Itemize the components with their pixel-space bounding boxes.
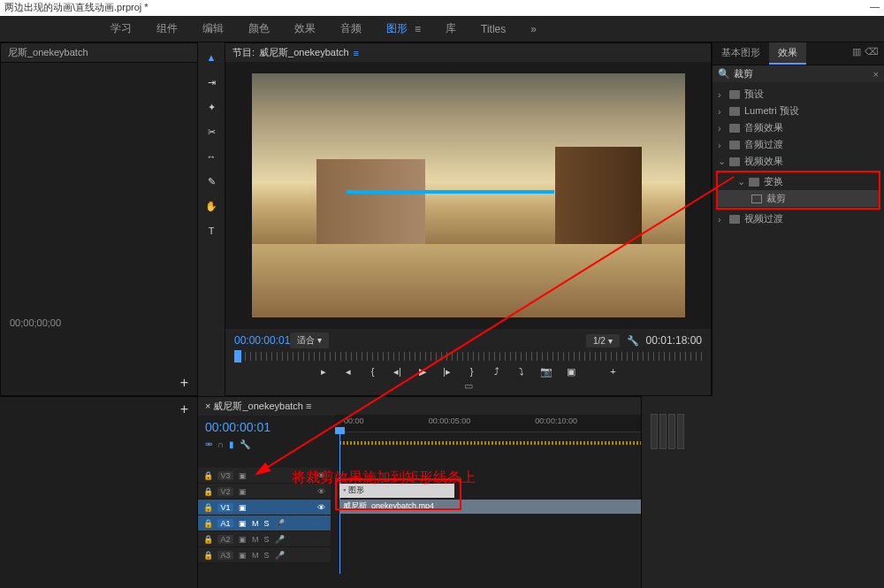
window-title: 两边出现的动画\直线动画.prproj * — [4, 1, 149, 15]
preview-image — [252, 73, 685, 317]
menu-library[interactable]: 库 — [446, 21, 456, 36]
tree-presets[interactable]: ›预设 — [713, 86, 884, 103]
annotation-text: 将裁剪效果施加到矩形线条上 — [292, 469, 476, 487]
tree-audio-transitions[interactable]: ›音频过渡 — [713, 136, 884, 153]
mark-in-button[interactable]: ▸ — [316, 364, 331, 378]
snap-icon[interactable]: ⚮ — [205, 439, 212, 449]
program-ruler[interactable] — [234, 352, 702, 361]
tree-video-transitions[interactable]: ›视频过渡 — [713, 210, 884, 227]
project-add-button[interactable]: + — [180, 401, 188, 417]
goto-in-button[interactable]: { — [366, 364, 380, 378]
pen-tool[interactable]: ✎ — [203, 173, 219, 189]
timeline-tool-icons: ⚮ ∩ ▮ 🔧 — [198, 438, 331, 451]
comparison-button[interactable]: ▣ — [564, 364, 578, 378]
menu-edit[interactable]: 编辑 — [202, 21, 224, 36]
step-back-button[interactable]: ◂| — [391, 364, 405, 378]
mark-out-button[interactable]: ◂ — [341, 364, 355, 378]
menu-learn[interactable]: 学习 — [110, 21, 132, 36]
menu-more[interactable]: » — [530, 23, 537, 35]
effect-crop[interactable]: 裁剪 — [718, 190, 879, 207]
tab-essential-graphics[interactable]: 基本图形 — [713, 42, 769, 65]
tool-palette: ▲ ⇥ ✦ ✂ ↔ ✎ ✋ T — [198, 42, 225, 396]
slip-tool[interactable]: ↔ — [203, 149, 219, 164]
program-tab-name: 威尼斯_onekeybatch — [259, 46, 349, 59]
effects-search-input[interactable] — [734, 69, 873, 80]
menu-effects[interactable]: 效果 — [294, 21, 316, 36]
program-tab-prefix: 节目: — [232, 46, 255, 59]
program-tab-menu-icon[interactable]: ≡ — [354, 48, 359, 58]
source-tab[interactable]: 尼斯_onekeybatch — [1, 43, 197, 63]
link-icon[interactable]: ∩ — [217, 439, 224, 449]
audio-meter — [651, 414, 658, 449]
tab-effects[interactable]: 效果 — [769, 42, 806, 65]
source-body: 00;00;00;00 — [1, 63, 197, 363]
safe-margins-icon[interactable]: ▭ — [464, 380, 473, 391]
source-panel: 尼斯_onekeybatch 00;00;00;00 + — [0, 42, 198, 396]
ruler-label: 00:00 — [344, 416, 364, 425]
settings-icon[interactable]: 🔧 — [240, 439, 250, 449]
selection-tool[interactable]: ▲ — [203, 50, 219, 65]
program-panel: 节目: 威尼斯_onekeybatch ≡ 00:00:00:01 适合 ▾ 1… — [225, 42, 712, 396]
effects-panel: 基本图形 效果 ▥ ⌫ 🔍 × ›预设 ›Lumetri 预设 ›音频效果 ›音… — [712, 42, 884, 396]
clear-search-button[interactable]: × — [873, 69, 879, 80]
search-icon: 🔍 — [718, 68, 730, 80]
window-titlebar: 两边出现的动画\直线动画.prproj * — — [0, 0, 884, 16]
minimize-button[interactable]: — — [870, 1, 880, 15]
audio-meter — [677, 414, 684, 449]
program-playhead[interactable] — [234, 350, 241, 363]
tree-video-effects[interactable]: ⌄视频效果 — [713, 153, 884, 170]
program-timecode-total: 00:01:18:00 — [646, 334, 702, 347]
track-v1-header[interactable]: 🔒V1▣👁 — [198, 500, 331, 515]
tree-lumetri[interactable]: ›Lumetri 预设 — [713, 103, 884, 119]
tree-audio-effects[interactable]: ›音频效果 — [713, 119, 884, 136]
export-frame-button[interactable]: 📷 — [539, 364, 553, 378]
timeline-timecode[interactable]: 00:00:00:01 — [198, 416, 331, 438]
audio-meters-panel — [641, 396, 884, 588]
add-button[interactable]: + — [606, 364, 621, 378]
effects-search-row: 🔍 × — [713, 65, 884, 82]
menu-active-indicator: ≡ — [415, 23, 421, 35]
fit-dropdown[interactable]: 适合 ▾ — [290, 332, 329, 348]
track-select-tool[interactable]: ⇥ — [203, 74, 219, 90]
program-timecode-current[interactable]: 00:00:00:01 — [234, 334, 290, 347]
type-tool[interactable]: T — [203, 223, 219, 239]
tree-transform[interactable]: ⌄变换 — [718, 173, 879, 190]
menu-audio[interactable]: 音频 — [340, 21, 362, 36]
rectangle-shape[interactable] — [347, 190, 554, 194]
audio-meter — [668, 414, 675, 449]
goto-out-button[interactable]: } — [465, 364, 479, 378]
track-a3-header[interactable]: 🔒A3▣MS🎤 — [198, 547, 331, 563]
step-forward-button[interactable]: |▸ — [440, 364, 454, 378]
transport-bar: ▸ ◂ { ◂| ▶ |▸ } ⤴ ⤵ 📷 ▣ + — [234, 364, 702, 378]
effects-tree: ›预设 ›Lumetri 预设 ›音频效果 ›音频过渡 ⌄视频效果 ⌄变换 裁剪… — [713, 82, 884, 231]
source-add-button[interactable]: + — [180, 375, 188, 391]
lift-button[interactable]: ⤴ — [490, 364, 504, 378]
workspace-menu: 学习 组件 编辑 颜色 效果 音频 图形 ≡ 库 Titles » — [0, 16, 884, 42]
program-preview[interactable] — [225, 62, 711, 329]
marker-icon[interactable]: ▮ — [229, 439, 234, 449]
effects-panel-tabs: 基本图形 效果 ▥ ⌫ — [713, 42, 884, 65]
hand-tool[interactable]: ✋ — [203, 198, 219, 214]
menu-color[interactable]: 颜色 — [248, 21, 270, 36]
play-button[interactable]: ▶ — [415, 364, 430, 378]
source-timecode: 00;00;00;00 — [10, 317, 61, 328]
ripple-edit-tool[interactable]: ✦ — [203, 99, 219, 115]
menu-titles[interactable]: Titles — [481, 23, 506, 35]
wrench-icon[interactable]: 🔧 — [627, 335, 639, 347]
new-bin-icon[interactable]: ▥ — [852, 46, 861, 61]
ruler-label: 00:00:05:00 — [429, 416, 471, 425]
track-a1-header[interactable]: 🔒A1▣MS🎤 — [198, 515, 331, 531]
zoom-dropdown[interactable]: 1/2 ▾ — [586, 334, 620, 347]
workspace-row: 尼斯_onekeybatch 00;00;00;00 + ▲ ⇥ ✦ ✂ ↔ ✎… — [0, 42, 884, 396]
track-a2-header[interactable]: 🔒A2▣MS🎤 — [198, 531, 331, 547]
extract-button[interactable]: ⤵ — [514, 364, 529, 378]
delete-icon[interactable]: ⌫ — [865, 46, 879, 61]
razor-tool[interactable]: ✂ — [203, 124, 219, 140]
menu-assembly[interactable]: 组件 — [156, 21, 178, 36]
audio-meter — [659, 414, 667, 449]
project-panel: + — [0, 397, 198, 588]
menu-graphics[interactable]: 图形 — [386, 21, 408, 36]
program-tab[interactable]: 节目: 威尼斯_onekeybatch ≡ — [225, 43, 711, 62]
source-column: 尼斯_onekeybatch 00;00;00;00 + — [0, 42, 198, 396]
ruler-label: 00:00:10:00 — [535, 416, 577, 425]
